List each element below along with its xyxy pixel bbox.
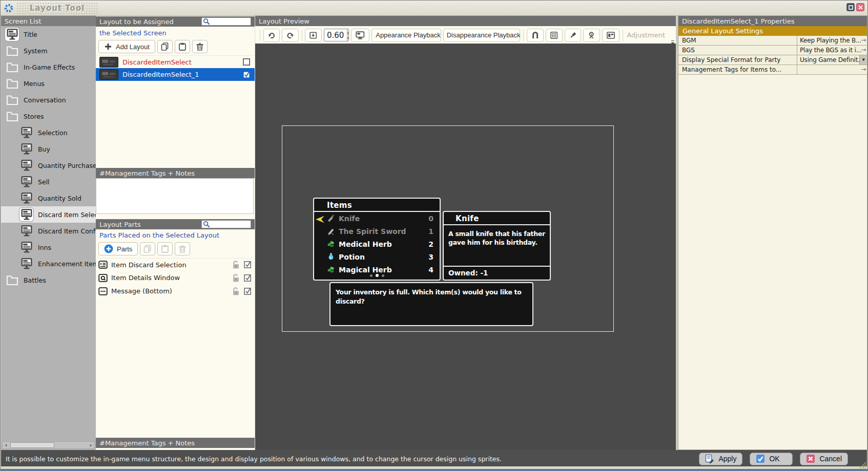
part-list-item[interactable]: Item Discard Selection (98, 258, 252, 271)
item-details-window[interactable]: Knife A small knife that his father gave… (443, 211, 551, 281)
status-message: It is possible to customize the in-game … (6, 455, 502, 463)
folder-icon (5, 110, 19, 123)
tags-notes-box[interactable] (96, 178, 254, 214)
scroll-left-icon[interactable]: ‹ (3, 442, 10, 448)
part-list-item[interactable]: Message (Bottom) (98, 285, 252, 297)
lock-open-icon[interactable] (232, 261, 240, 269)
sidebar-item-conversation[interactable]: Conversation (1, 92, 96, 108)
sidebar-item-discard-item-selection[interactable]: Discard Item Selection (1, 206, 96, 223)
scrollbar-thumb[interactable] (10, 442, 54, 448)
redo-button[interactable] (282, 29, 298, 42)
sidebar-item-label: Sell (38, 178, 50, 186)
preview-canvas[interactable]: Items Knife 0 The Spirit Sword 1 Medical… (255, 44, 676, 450)
lock-open-icon[interactable] (232, 274, 240, 282)
lock-open-icon[interactable] (232, 287, 240, 295)
copy-layout-button[interactable] (157, 40, 173, 53)
sidebar-item-label: Selection (38, 129, 68, 137)
zoom-up-icon[interactable]: ▲ (347, 29, 349, 35)
screen-icon (19, 208, 33, 221)
sidebar-item-sell[interactable]: Sell (1, 174, 96, 190)
copy-part-button[interactable] (140, 242, 155, 255)
resize-grip[interactable] (858, 461, 866, 469)
trash-icon (178, 245, 187, 253)
parts-search[interactable] (201, 220, 251, 228)
toolbar-separator (302, 30, 302, 41)
restore-window-button[interactable] (846, 3, 855, 11)
add-layout-button[interactable]: Add Layout (98, 40, 155, 53)
sidebar-item-discard-item-confirm[interactable]: Discard Item Confirm (1, 223, 96, 239)
close-window-button[interactable] (856, 3, 864, 11)
sidebar-item-in-game-effects[interactable]: In-Game Effects (1, 59, 96, 75)
screen-icon (19, 175, 33, 188)
item-row: Medical Herb 2 (314, 238, 440, 250)
zoom-input[interactable] (324, 29, 347, 41)
zoom-down-icon[interactable]: ▼ (347, 35, 349, 41)
appearance-playback-button[interactable]: Appearance Playback (371, 29, 441, 42)
scroll-right-icon[interactable]: › (87, 442, 94, 448)
sidebar-item-label: Battles (24, 276, 46, 284)
sidebar-item-buy[interactable]: Buy (1, 141, 96, 157)
status-bar: It is possible to customize the in-game … (1, 450, 867, 467)
layout-search-input[interactable] (211, 18, 249, 25)
apply-button[interactable]: Apply (699, 453, 742, 465)
delete-part-button[interactable] (175, 242, 190, 255)
sidebar-item-battles[interactable]: Battles (1, 272, 96, 288)
sidebar-item-system[interactable]: System (1, 42, 96, 59)
sidebar-item-label: System (24, 47, 48, 55)
open-editor-arrow-icon[interactable]: → (861, 46, 866, 53)
horizontal-scrollbar[interactable]: ‹ › (2, 441, 95, 449)
cancel-button[interactable]: Cancel (800, 453, 848, 465)
game-screen-frame: Items Knife 0 The Spirit Sword 1 Medical… (282, 125, 614, 332)
tags-notes-input[interactable] (96, 179, 253, 213)
undo-button[interactable] (263, 29, 280, 42)
sidebar-item-quantity-sold[interactable]: Quantity Sold (1, 190, 96, 206)
item-name: The Spirit Sword (339, 227, 406, 236)
sidebar-item-label: Discard Item Selection (38, 211, 96, 219)
open-editor-arrow-icon[interactable]: → (861, 66, 866, 73)
property-value[interactable]: Using Game Definit... ▼ (797, 55, 867, 65)
layout-list-item-selected[interactable]: DiscardedItemSelect_1 (96, 68, 255, 81)
camera-preview-button[interactable] (583, 29, 600, 42)
sidebar-item-menus[interactable]: Menus (1, 75, 96, 92)
item-row: Potion 3 (314, 250, 440, 263)
sidebar-item-selection[interactable]: Selection (1, 124, 96, 141)
paint-tool-button[interactable] (565, 29, 581, 42)
part-checkbox-checked[interactable] (244, 274, 252, 282)
property-value[interactable]: Play the BGS as it i... → (797, 46, 867, 55)
camera-stand-icon (588, 31, 595, 40)
parts-search-input[interactable] (211, 221, 249, 227)
grid-button[interactable] (546, 29, 562, 42)
window-layout-button[interactable] (602, 29, 619, 42)
open-editor-arrow-icon[interactable]: → (861, 36, 866, 44)
fit-to-screen-button[interactable] (305, 29, 321, 42)
part-checkbox-checked[interactable] (244, 287, 252, 295)
apply-label: Apply (718, 455, 736, 463)
display-button[interactable] (351, 29, 369, 42)
disappearance-playback-button[interactable]: Disappearance Playback (443, 29, 520, 42)
sidebar-item-stores[interactable]: Stores (1, 108, 96, 124)
part-list-item[interactable]: Item Details Window (98, 271, 252, 284)
delete-layout-button[interactable] (192, 40, 208, 53)
ok-button[interactable]: OK (750, 453, 793, 465)
layout-search[interactable] (201, 17, 251, 26)
paste-part-button[interactable] (157, 242, 173, 255)
paste-layout-button[interactable] (175, 40, 190, 53)
message-window[interactable]: Your inventory is full. Which item(s) wo… (329, 282, 533, 326)
part-checkbox-checked[interactable] (244, 261, 252, 269)
snap-magnet-button[interactable] (527, 29, 544, 42)
items-window[interactable]: Items Knife 0 The Spirit Sword 1 Medical… (313, 198, 441, 281)
layout-list-item[interactable]: DiscardedItemSelect (96, 55, 255, 68)
layout-checkbox-unchecked[interactable] (243, 58, 251, 66)
sidebar-item-inns[interactable]: Inns (1, 239, 96, 255)
dropdown-arrow-icon[interactable]: ▼ (859, 55, 867, 65)
add-parts-button[interactable]: Parts (98, 242, 138, 255)
property-name: BGM (678, 36, 797, 45)
sidebar-item-quantity-purchased[interactable]: Quantity Purchased (1, 157, 96, 174)
property-value[interactable]: → (797, 65, 867, 74)
property-value[interactable]: Keep Playing the B... → (797, 36, 867, 45)
layout-checkbox-checked[interactable] (243, 71, 251, 79)
appearance-playback-label: Appearance Playback (376, 31, 440, 39)
layout-name: DiscardedItemSelect_1 (122, 71, 199, 78)
sidebar-item-title[interactable]: Title (1, 26, 96, 42)
sidebar-item-enhancement-item[interactable]: Enhancement Item S (1, 255, 96, 272)
